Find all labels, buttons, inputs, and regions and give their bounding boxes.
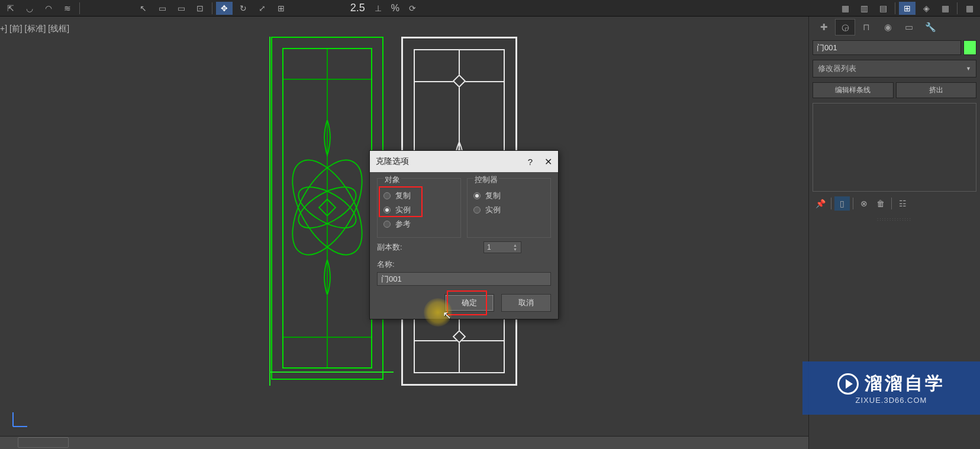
extrude-button[interactable]: 挤出 [896,82,977,98]
ortho-icon[interactable]: ⊥ [370,2,386,15]
svg-rect-4 [319,199,336,216]
diamond-ornament [453,75,466,88]
show-result-icon[interactable]: ▯ [834,196,850,211]
controller-group-label: 控制器 [473,175,499,185]
panel-tabs: ✚ ◶ ⊓ ◉ ▭ 🔧 [809,17,980,38]
tool-icon[interactable]: ▦ [937,2,953,15]
viewport-label[interactable]: +] [前] [标准] [线框] [0,24,69,34]
hierarchy-tab[interactable]: ⊓ [856,19,876,35]
spinner-arrows[interactable]: ▲▼ [513,241,520,253]
make-unique-icon[interactable]: ⊗ [856,196,872,211]
remove-modifier-icon[interactable]: 🗑 [873,196,888,211]
display-tab[interactable]: ▭ [899,19,919,35]
grid-value[interactable]: 2.5 [348,2,368,14]
modifier-stack[interactable] [813,103,976,192]
selection-edge [269,37,270,386]
copies-label: 副本数: [377,242,402,253]
stack-toolbar: 📌 ▯ ⊗ 🗑 ☷ [809,194,980,213]
configure-icon[interactable]: ☷ [895,196,910,211]
dialog-titlebar[interactable]: 克隆选项 ? ✕ [370,151,558,172]
selection-edge [269,372,394,373]
object-group-label: 对象 [383,175,401,185]
main-toolbar: ⇱ ◡ ◠ ≋ ↖ ▭ ▭ ⊡ ✥ ↻ ⤢ ⊞ 2.5 ⊥ % ⟳ ▦ ▥ ▤ … [0,0,980,17]
door-object-selected[interactable] [271,37,383,380]
tool-icon[interactable]: ◈ [918,2,934,15]
select-rect-icon[interactable]: ▭ [154,2,170,15]
object-group: 对象 复制 实例 参考 [377,178,461,238]
modify-tab[interactable]: ◶ [835,19,855,35]
help-button[interactable]: ? [528,157,533,167]
edit-spline-button[interactable]: 编辑样条线 [813,82,894,98]
watermark-text: 溜溜自学 [865,372,945,396]
clone-name-input[interactable] [377,272,551,286]
watermark-url: ZIXUE.3D66.COM [856,396,927,405]
move-icon[interactable]: ✥ [216,2,233,15]
status-bar [0,436,808,449]
viewport-layout-icon[interactable]: ⊞ [899,2,915,15]
tool-icon[interactable]: ≋ [59,2,76,15]
status-slot[interactable] [18,437,69,448]
select-icon[interactable]: ↖ [135,2,151,15]
svg-point-1 [289,149,365,266]
utilities-tab[interactable]: 🔧 [920,19,940,35]
axis-gizmo[interactable] [8,408,32,431]
close-button[interactable]: ✕ [544,156,552,167]
svg-point-2 [292,179,362,236]
create-tab[interactable]: ✚ [814,19,834,35]
ctrl-copy-radio[interactable]: 复制 [473,189,544,203]
layout2-icon[interactable]: ▥ [856,2,872,15]
settings-icon[interactable]: ▦ [961,2,978,15]
cancel-button[interactable]: 取消 [501,294,551,312]
rollup-grip[interactable]: :::::::::::::: [809,213,980,225]
tool-icon[interactable]: ⊞ [273,2,289,15]
motion-tab[interactable]: ◉ [878,19,898,35]
controller-group: 控制器 复制 实例 [467,178,551,238]
ctrl-instance-radio[interactable]: 实例 [473,203,544,217]
dialog-title: 克隆选项 [376,156,409,167]
crop-icon[interactable]: ⊡ [192,2,208,15]
scale-icon[interactable]: ⤢ [254,2,270,15]
tool-icon[interactable]: ⇱ [2,2,19,15]
layout3-icon[interactable]: ▤ [875,2,891,15]
reference-radio[interactable]: 参考 [383,217,454,231]
tool-icon[interactable]: ◡ [21,2,38,15]
layout-icon[interactable]: ▦ [837,2,853,15]
svg-point-0 [289,149,365,266]
highlight-annotation [447,290,487,315]
object-color-swatch[interactable] [963,40,976,55]
tool-icon[interactable]: ⟳ [404,2,421,15]
clone-options-dialog: 克隆选项 ? ✕ 对象 复制 实例 参考 [369,150,559,319]
object-name-input[interactable] [813,40,961,55]
select-rect2-icon[interactable]: ▭ [173,2,189,15]
play-icon [837,373,859,395]
pin-stack-icon[interactable]: 📌 [813,196,828,211]
modifier-list-label: 修改器列表 [818,63,856,74]
watermark: 溜溜自学 ZIXUE.3D66.COM [802,361,980,415]
svg-point-3 [292,179,362,236]
modifier-list-dropdown[interactable]: 修改器列表 ▼ [813,60,976,77]
percent-icon[interactable]: % [389,3,402,14]
rotate-icon[interactable]: ↻ [235,2,252,15]
name-label: 名称: [377,257,551,272]
dropdown-icon: ▼ [966,66,971,72]
ornament-pattern [289,120,365,295]
tool-icon[interactable]: ◠ [40,2,57,15]
